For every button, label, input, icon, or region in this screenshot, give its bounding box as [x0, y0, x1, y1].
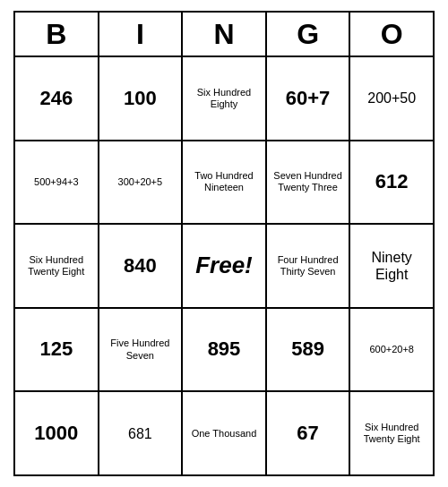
- bingo-cell: Ninety Eight: [350, 225, 433, 307]
- header-letter: G: [267, 13, 351, 56]
- bingo-cell: Six Hundred Eighty: [183, 57, 267, 140]
- bingo-cell: 300+20+5: [99, 141, 184, 224]
- bingo-card: BINGO 246100Six Hundred Eighty60+7200+50…: [13, 11, 435, 476]
- bingo-cell: Free!: [183, 225, 267, 307]
- header-letter: B: [15, 13, 99, 56]
- bingo-cell: 895: [183, 309, 267, 391]
- bingo-cell: Four Hundred Thirty Seven: [267, 225, 351, 307]
- bingo-cell: 681: [99, 392, 184, 474]
- bingo-cell: 600+20+8: [350, 309, 433, 391]
- bingo-cell: Five Hundred Seven: [99, 309, 184, 391]
- bingo-cell: 589: [267, 309, 351, 391]
- bingo-cell: Seven Hundred Twenty Three: [267, 141, 351, 224]
- header-letter: O: [350, 13, 433, 56]
- bingo-row: Six Hundred Twenty Eight840Free!Four Hun…: [15, 225, 433, 309]
- bingo-grid: 246100Six Hundred Eighty60+7200+50500+94…: [15, 57, 433, 474]
- bingo-cell: 67: [267, 392, 351, 474]
- bingo-cell: Six Hundred Twenty Eight: [350, 392, 433, 474]
- bingo-cell: 246: [15, 57, 99, 140]
- bingo-cell: 1000: [15, 392, 99, 474]
- bingo-cell: One Thousand: [183, 392, 267, 474]
- bingo-row: 1000681One Thousand67Six Hundred Twenty …: [15, 392, 433, 474]
- bingo-cell: 840: [99, 225, 184, 307]
- bingo-header: BINGO: [15, 13, 433, 57]
- header-letter: N: [183, 13, 267, 56]
- bingo-row: 125Five Hundred Seven895589600+20+8: [15, 309, 433, 393]
- bingo-row: 500+94+3300+20+5Two Hundred NineteenSeve…: [15, 141, 433, 226]
- bingo-cell: 500+94+3: [15, 141, 99, 224]
- bingo-cell: 60+7: [267, 57, 351, 140]
- bingo-cell: 200+50: [350, 57, 433, 140]
- bingo-cell: 100: [99, 57, 184, 140]
- bingo-cell: 125: [15, 309, 99, 391]
- header-letter: I: [99, 13, 184, 56]
- bingo-cell: Six Hundred Twenty Eight: [15, 225, 99, 307]
- bingo-cell: Two Hundred Nineteen: [183, 141, 267, 224]
- bingo-cell: 612: [350, 141, 433, 224]
- bingo-row: 246100Six Hundred Eighty60+7200+50: [15, 57, 433, 141]
